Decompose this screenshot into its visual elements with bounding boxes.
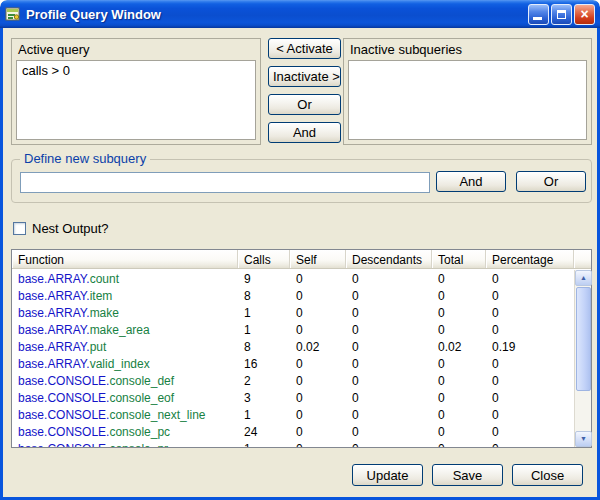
total-cell: 0 (432, 441, 486, 447)
calls-cell: 3 (238, 390, 290, 407)
percentage-cell: 0 (486, 356, 574, 373)
self-cell: 0 (290, 373, 346, 390)
total-cell: 0 (432, 390, 486, 407)
table-row[interactable]: base.ARRAY.make 1 0 0 0 0 (12, 305, 574, 322)
column-header-self[interactable]: Self (290, 250, 346, 268)
table-row[interactable]: base.CONSOLE.console_pc 24 0 0 0 0 (12, 424, 574, 441)
function-cell: base.ARRAY.make (12, 305, 238, 322)
descendants-cell: 0 (346, 356, 432, 373)
percentage-cell: 0 (486, 407, 574, 424)
active-query-label: Active query (12, 39, 260, 58)
calls-cell: 24 (238, 424, 290, 441)
maximize-icon (557, 10, 566, 19)
table-row[interactable]: base.CONSOLE.console_next_line 1 0 0 0 0 (12, 407, 574, 424)
table-body[interactable]: base.ARRAY.count 9 0 0 0 0 base.ARRAY.it… (12, 270, 574, 447)
define-subquery-label: Define new subquery (20, 151, 150, 166)
column-header-descendants[interactable]: Descendants (346, 250, 432, 268)
active-query-panel: Active query calls > 0 (11, 38, 261, 145)
nest-output-label: Nest Output? (32, 221, 109, 236)
calls-cell: 2 (238, 373, 290, 390)
descendants-cell: 0 (346, 424, 432, 441)
self-cell: 0 (290, 407, 346, 424)
self-cell: 0 (290, 424, 346, 441)
scrollbar-thumb[interactable] (576, 287, 591, 391)
update-button[interactable]: Update (352, 464, 423, 486)
app-icon (5, 6, 21, 22)
percentage-cell: 0 (486, 322, 574, 339)
and-button[interactable]: And (268, 122, 341, 143)
table-row[interactable]: base.ARRAY.item 8 0 0 0 0 (12, 288, 574, 305)
total-cell: 0 (432, 407, 486, 424)
total-cell: 0 (432, 305, 486, 322)
close-dialog-button[interactable]: Close (512, 464, 583, 486)
percentage-cell: 0 (486, 373, 574, 390)
descendants-cell: 0 (346, 373, 432, 390)
column-header-calls[interactable]: Calls (238, 250, 290, 268)
scroll-up-icon: ▲ (580, 274, 587, 281)
total-cell: 0 (432, 288, 486, 305)
self-cell: 0 (290, 356, 346, 373)
active-query-list[interactable]: calls > 0 (16, 60, 256, 140)
descendants-cell: 0 (346, 339, 432, 356)
nest-output-row: Nest Output? (13, 221, 109, 236)
percentage-cell: 0 (486, 305, 574, 322)
results-table: Function Calls Self Descendants Total Pe… (11, 249, 592, 448)
function-cell: base.ARRAY.put (12, 339, 238, 356)
subquery-actions: < Activate Inactivate > Or And (268, 38, 341, 143)
descendants-cell: 0 (346, 288, 432, 305)
column-header-function[interactable]: Function (12, 250, 238, 268)
window-controls: × (528, 4, 595, 25)
total-cell: 0 (432, 424, 486, 441)
save-button[interactable]: Save (432, 464, 503, 486)
table-row[interactable]: base.CONSOLE.console_def 2 0 0 0 0 (12, 373, 574, 390)
vertical-scrollbar[interactable]: ▲ ▼ (574, 270, 591, 447)
self-cell: 0 (290, 305, 346, 322)
function-cell: base.CONSOLE.console_next_line (12, 407, 238, 424)
function-cell: base.ARRAY.count (12, 271, 238, 288)
total-cell: 0 (432, 356, 486, 373)
minimize-button[interactable] (528, 4, 549, 25)
subquery-and-button[interactable]: And (436, 171, 506, 192)
table-row[interactable]: base.CONSOLE.console_eof 3 0 0 0 0 (12, 390, 574, 407)
inactive-subqueries-label: Inactive subqueries (344, 39, 591, 58)
column-header-total[interactable]: Total (432, 250, 486, 268)
profile-query-window: Profile Query Window × Active query call… (0, 0, 600, 500)
inactivate-button[interactable]: Inactivate > (268, 66, 341, 87)
subquery-or-button[interactable]: Or (516, 171, 586, 192)
self-cell: 0 (290, 288, 346, 305)
table-row[interactable]: base.ARRAY.valid_index 16 0 0 0 0 (12, 356, 574, 373)
table-row[interactable]: base.ARRAY.put 8 0.02 0 0.02 0.19 (12, 339, 574, 356)
define-subquery-group: Define new subquery And Or (11, 159, 592, 203)
subquery-input[interactable] (20, 172, 430, 193)
column-header-stub (574, 250, 591, 268)
active-query-item[interactable]: calls > 0 (17, 61, 255, 80)
nest-output-checkbox[interactable] (13, 222, 26, 235)
function-cell: base.ARRAY.make_area (12, 322, 238, 339)
percentage-cell: 0.19 (486, 339, 574, 356)
inactive-subqueries-panel: Inactive subqueries (343, 38, 592, 145)
total-cell: 0 (432, 322, 486, 339)
descendants-cell: 0 (346, 407, 432, 424)
scroll-down-button[interactable]: ▼ (575, 431, 592, 447)
descendants-cell: 0 (346, 441, 432, 447)
calls-cell: 1 (238, 407, 290, 424)
maximize-button[interactable] (551, 4, 572, 25)
table-row[interactable]: base.ARRAY.count 9 0 0 0 0 (12, 271, 574, 288)
or-button[interactable]: Or (268, 94, 341, 115)
calls-cell: 8 (238, 339, 290, 356)
total-cell: 0 (432, 271, 486, 288)
self-cell: 0 (290, 322, 346, 339)
scroll-up-button[interactable]: ▲ (575, 270, 592, 286)
scroll-down-icon: ▼ (580, 435, 587, 442)
title-bar[interactable]: Profile Query Window × (0, 0, 600, 28)
table-row[interactable]: base.ARRAY.make_area 1 0 0 0 0 (12, 322, 574, 339)
descendants-cell: 0 (346, 390, 432, 407)
close-button[interactable]: × (574, 4, 595, 25)
total-cell: 0.02 (432, 339, 486, 356)
inactive-subqueries-list[interactable] (348, 60, 587, 140)
function-cell: base.ARRAY.item (12, 288, 238, 305)
table-header: Function Calls Self Descendants Total Pe… (12, 250, 591, 269)
table-row[interactable]: base.CONSOLE.console_pr 1 0 0 0 0 (12, 441, 574, 447)
activate-button[interactable]: < Activate (268, 38, 341, 59)
column-header-percentage[interactable]: Percentage (486, 250, 574, 268)
